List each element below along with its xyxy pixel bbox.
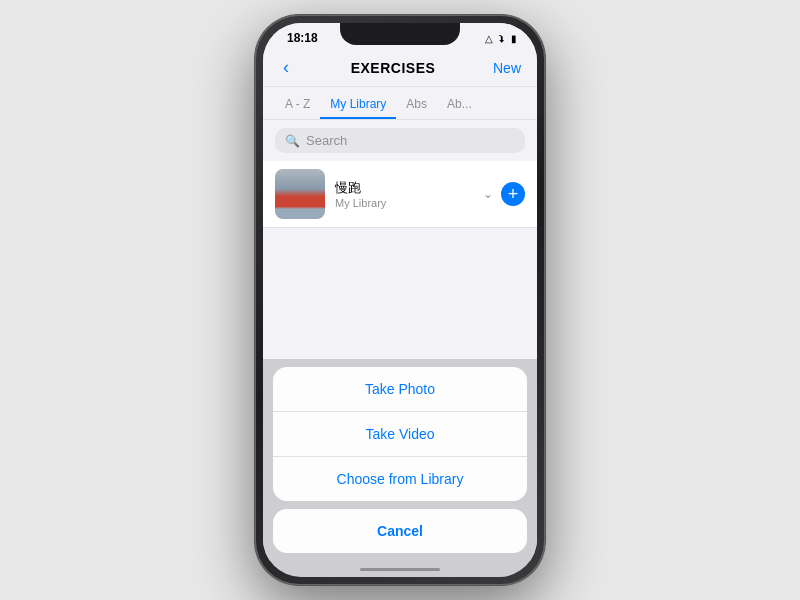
- exercise-thumbnail: [275, 169, 325, 219]
- back-button[interactable]: ‹: [279, 55, 293, 80]
- action-sheet-cancel: Cancel: [273, 509, 527, 553]
- exercise-sub: My Library: [335, 197, 473, 209]
- new-button[interactable]: New: [493, 60, 521, 76]
- tab-az[interactable]: A - Z: [275, 93, 320, 119]
- nav-bar: ‹ EXERCISES New: [263, 51, 537, 87]
- exercise-info: 慢跑 My Library: [335, 179, 473, 209]
- search-bar[interactable]: 🔍 Search: [275, 128, 525, 153]
- status-icons: △ ⮯ ▮: [485, 33, 517, 44]
- notch: [340, 23, 460, 45]
- exercise-item[interactable]: 慢跑 My Library ⌄ +: [263, 161, 537, 228]
- exercise-controls: ⌄ +: [483, 182, 525, 206]
- search-input[interactable]: Search: [306, 133, 347, 148]
- action-sheet-overlay: Take Photo Take Video Choose from Librar…: [263, 359, 537, 577]
- chevron-down-icon[interactable]: ⌄: [483, 187, 493, 201]
- phone-container: 18:18 △ ⮯ ▮ ‹ EXERCISES New A - Z My Lib…: [255, 15, 545, 585]
- choose-library-button[interactable]: Choose from Library: [273, 457, 527, 501]
- tab-my-library[interactable]: My Library: [320, 93, 396, 119]
- phone-screen: 18:18 △ ⮯ ▮ ‹ EXERCISES New A - Z My Lib…: [263, 23, 537, 577]
- exercise-name: 慢跑: [335, 179, 473, 197]
- add-exercise-button[interactable]: +: [501, 182, 525, 206]
- search-bar-container: 🔍 Search: [263, 120, 537, 161]
- status-time: 18:18: [287, 31, 318, 45]
- page-title: EXERCISES: [351, 60, 436, 76]
- wifi-icon: △: [485, 33, 493, 44]
- tabs-bar: A - Z My Library Abs Ab...: [263, 87, 537, 120]
- tab-ab-more[interactable]: Ab...: [437, 93, 482, 119]
- battery-icon: ▮: [511, 33, 517, 44]
- tab-abs[interactable]: Abs: [396, 93, 437, 119]
- take-photo-button[interactable]: Take Photo: [273, 367, 527, 412]
- action-sheet-group: Take Photo Take Video Choose from Librar…: [273, 367, 527, 501]
- take-video-button[interactable]: Take Video: [273, 412, 527, 457]
- search-icon: 🔍: [285, 134, 300, 148]
- signal-icon: ⮯: [497, 33, 507, 44]
- cancel-button[interactable]: Cancel: [273, 509, 527, 553]
